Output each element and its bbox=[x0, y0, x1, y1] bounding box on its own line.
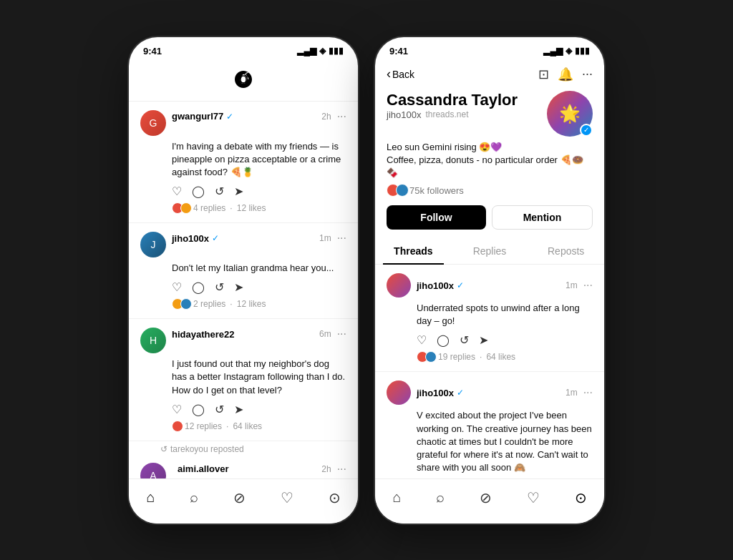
profile-post-1-replies: 19 replies bbox=[438, 352, 475, 362]
followers-row: 75k followers bbox=[387, 184, 593, 197]
search-nav-icon[interactable]: ⌕ bbox=[181, 486, 207, 509]
profile-phone: 9:41 ▂▄▆ ◈ ▮▮▮ ‹ Back ⊡ 🔔 ··· bbox=[375, 37, 604, 524]
feed-time: 9:41 bbox=[143, 46, 162, 57]
more-btn-3[interactable]: ··· bbox=[337, 328, 346, 340]
post-3-meta: hidayathere22 6m ··· bbox=[172, 328, 346, 340]
post-3: H hidayathere22 6m ··· I just found out … bbox=[129, 319, 358, 441]
mention-button[interactable]: Mention bbox=[492, 205, 593, 230]
repost-icon-2[interactable]: ↺ bbox=[215, 280, 224, 294]
home-nav-icon[interactable]: ⌂ bbox=[137, 486, 163, 509]
more-options-icon[interactable]: ··· bbox=[582, 67, 593, 82]
heart-icon-3[interactable]: ♡ bbox=[172, 403, 182, 416]
compose-nav-icon[interactable]: ⊘ bbox=[225, 486, 254, 509]
wifi-icon: ◈ bbox=[319, 46, 326, 56]
signal-icon-p: ▂▄▆ bbox=[543, 46, 563, 56]
battery-icon-p: ▮▮▮ bbox=[575, 46, 590, 56]
more-btn-2[interactable]: ··· bbox=[337, 232, 346, 245]
tab-reposts[interactable]: Reposts bbox=[528, 238, 604, 264]
profile-post-1: jiho100x ✓ 1m ··· Underrated spots to un… bbox=[375, 265, 604, 372]
post-2-body: Don't let my Italian grandma hear you... bbox=[172, 262, 346, 275]
tab-replies[interactable]: Replies bbox=[452, 238, 528, 264]
profile-post-1-actions: ♡ ◯ ↺ ➤ bbox=[417, 333, 593, 347]
feed-bottom-nav: ⌂ ⌕ ⊘ ♡ ⊙ bbox=[129, 478, 358, 524]
share-icon-pp1[interactable]: ➤ bbox=[479, 333, 488, 347]
profile-post-1-time: 1m bbox=[565, 280, 578, 290]
avatar-gwangurl77: G bbox=[140, 110, 166, 136]
profile-post-2-time: 1m bbox=[565, 388, 578, 398]
repost-icon-3[interactable]: ↺ bbox=[215, 403, 224, 416]
followers-count: 75k followers bbox=[409, 185, 464, 196]
username-hidayathere22: hidayathere22 bbox=[172, 329, 234, 340]
feed-phone: 9:41 ▂▄▆ ◈ ▮▮▮ bbox=[129, 37, 358, 524]
home-nav-icon-p[interactable]: ⌂ bbox=[384, 486, 409, 509]
signal-icon: ▂▄▆ bbox=[297, 46, 316, 56]
avatar-hidayathere22: H bbox=[140, 328, 166, 353]
comment-icon-1[interactable]: ◯ bbox=[192, 185, 205, 198]
profile-posts[interactable]: jiho100x ✓ 1m ··· Underrated spots to un… bbox=[375, 265, 604, 478]
post-4-time: 2h bbox=[321, 464, 331, 474]
comment-icon-3[interactable]: ◯ bbox=[192, 403, 205, 416]
profile-nav-icon-p[interactable]: ⊙ bbox=[566, 486, 596, 509]
back-label: Back bbox=[392, 69, 414, 80]
post-1: G gwangurl77 ✓ 2h ··· I'm having a debat… bbox=[129, 102, 358, 224]
profile-bio: Leo sun Gemini rising 😍💜 Coffee, pizza, … bbox=[387, 141, 593, 180]
threads-logo bbox=[230, 67, 256, 92]
profile-post-2-body: V excited about the project I've been wo… bbox=[417, 409, 593, 474]
comment-icon-pp1[interactable]: ◯ bbox=[437, 333, 450, 347]
profile-post-1-meta: jiho100x ✓ 1m ··· bbox=[417, 279, 593, 292]
heart-icon-1[interactable]: ♡ bbox=[172, 185, 182, 198]
notification-icon[interactable]: 🔔 bbox=[558, 67, 573, 82]
share-icon-2[interactable]: ➤ bbox=[234, 280, 243, 294]
repost-icon-pp1[interactable]: ↺ bbox=[460, 333, 469, 347]
back-button[interactable]: ‹ Back bbox=[387, 67, 414, 82]
post-1-stats: 4 replies · 12 likes bbox=[172, 202, 346, 214]
post-3-time: 6m bbox=[319, 329, 331, 339]
feed-scroll[interactable]: G gwangurl77 ✓ 2h ··· I'm having a debat… bbox=[129, 102, 358, 478]
share-icon-3[interactable]: ➤ bbox=[234, 403, 243, 416]
profile-post-1-body: Underrated spots to unwind after a long … bbox=[417, 302, 593, 328]
activity-nav-icon[interactable]: ♡ bbox=[272, 486, 302, 509]
profile-post-1-header: jiho100x ✓ 1m ··· bbox=[387, 273, 593, 298]
profile-bio-line1: Leo sun Gemini rising 😍💜 bbox=[387, 141, 593, 154]
profile-top: Cassandra Taylor jiho100x threads.net 🌟 … bbox=[387, 91, 593, 137]
repost-by: tarekoyou reposted bbox=[170, 444, 244, 454]
post-3-actions: ♡ ◯ ↺ ➤ bbox=[172, 403, 346, 416]
profile-nav-icon[interactable]: ⊙ bbox=[320, 486, 349, 509]
post-2-stats: 2 replies · 12 likes bbox=[172, 298, 346, 310]
profile-post-1-more[interactable]: ··· bbox=[583, 279, 593, 292]
heart-icon-2[interactable]: ♡ bbox=[172, 280, 182, 294]
profile-actions: Follow Mention bbox=[375, 205, 604, 238]
repost-label: ↺ tarekoyou reposted bbox=[129, 441, 358, 454]
username-aimi-allover: aimi.allover bbox=[178, 463, 229, 474]
search-nav-icon-p[interactable]: ⌕ bbox=[427, 486, 453, 509]
activity-nav-icon-p[interactable]: ♡ bbox=[518, 486, 548, 509]
more-btn-4[interactable]: ··· bbox=[337, 463, 346, 476]
post-4: A + aimi.allover 2h ··· Best summer memo… bbox=[129, 454, 358, 478]
profile-post-1-username: jiho100x bbox=[417, 280, 454, 291]
profile-post-2: jiho100x ✓ 1m ··· V excited about the pr… bbox=[375, 372, 604, 478]
instagram-icon[interactable]: ⊡ bbox=[538, 67, 549, 82]
profile-time: 9:41 bbox=[389, 46, 408, 57]
more-btn-1[interactable]: ··· bbox=[337, 110, 346, 123]
share-icon-1[interactable]: ➤ bbox=[234, 185, 243, 198]
comment-icon-2[interactable]: ◯ bbox=[192, 280, 205, 294]
feed-header bbox=[129, 61, 358, 102]
profile-post-1-avatar bbox=[387, 273, 411, 298]
profile-bottom-nav: ⌂ ⌕ ⊘ ♡ ⊙ bbox=[375, 478, 604, 524]
profile-post-2-username: jiho100x bbox=[417, 388, 454, 398]
follow-button[interactable]: Follow bbox=[387, 205, 486, 230]
profile-post-2-verified: ✓ bbox=[457, 388, 464, 398]
tab-threads[interactable]: Threads bbox=[375, 238, 452, 264]
profile-status-icons: ▂▄▆ ◈ ▮▮▮ bbox=[543, 46, 590, 56]
profile-post-2-more[interactable]: ··· bbox=[583, 386, 593, 399]
profile-name: Cassandra Taylor bbox=[387, 91, 518, 109]
profile-bio-line2: Coffee, pizza, donuts - no particular or… bbox=[387, 154, 593, 180]
profile-avatar: 🌟 ✓ bbox=[547, 91, 593, 137]
post-1-replies: 4 replies bbox=[193, 203, 225, 213]
post-1-body: I'm having a debate with my friends — is… bbox=[172, 140, 346, 180]
compose-nav-icon-p[interactable]: ⊘ bbox=[471, 486, 500, 509]
heart-icon-pp1[interactable]: ♡ bbox=[417, 333, 427, 347]
post-2: J jiho100x ✓ 1m ··· Don't let my Italian… bbox=[129, 223, 358, 319]
handle-domain: threads.net bbox=[425, 109, 468, 119]
repost-icon-1[interactable]: ↺ bbox=[215, 185, 224, 198]
